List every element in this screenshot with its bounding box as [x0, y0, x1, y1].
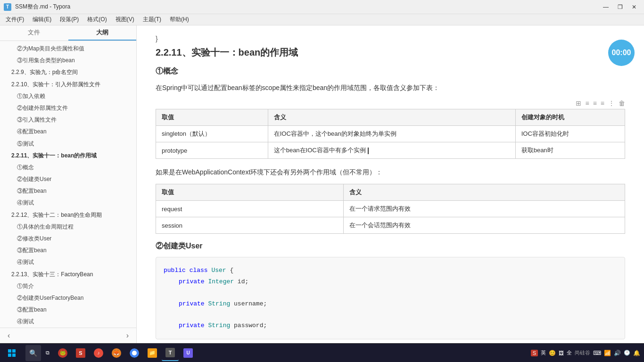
sidebar-item-10[interactable]: ①概念	[0, 162, 136, 173]
tray-icon-1[interactable]: 🖼	[559, 350, 564, 356]
concept-paragraph: 在Spring中可以通过配置bean标签的scope属性来指定bean的作用域范…	[156, 82, 625, 94]
webapp-paragraph: 如果是在WebApplicationContext环境下还会有另外两个作用域（但…	[156, 166, 625, 178]
notification-icon[interactable]: 🔔	[633, 350, 640, 356]
table2-row0-col0: request	[156, 201, 344, 217]
sidebar-item-12[interactable]: ③配置bean	[0, 185, 136, 197]
code-type-string1: String	[208, 300, 230, 307]
sidebar-bottom: ‹ ›	[0, 328, 136, 343]
table1-row1-col1[interactable]: 这个bean在IOC容器中有多个实例	[268, 142, 515, 159]
sidebar-item-14[interactable]: 2.2.12、实验十二：bean的生命周期	[0, 209, 136, 221]
code-line-6: private String password;	[179, 320, 617, 331]
sidebar-item-19[interactable]: 2.2.13、实验十三：FactoryBean	[0, 269, 136, 280]
table1-row0-col1: 在IOC容器中，这个bean的对象始终为单实例	[268, 126, 515, 142]
code-type-string2: String	[208, 322, 230, 329]
taskbar-items: 🔍 ⧉ 🐸 S ♪ 🦊 📁 T U	[24, 345, 527, 361]
sidebar-item-7[interactable]: ④配置bean	[0, 126, 136, 138]
taskbar-app-chrome[interactable]	[126, 345, 143, 361]
window-controls: — ❐ ✕	[600, 2, 640, 12]
sidebar-content[interactable]: ②为Map美目央些属性和值 ③引用集合类型的bean 2.2.9、实验九：p命名…	[0, 41, 136, 328]
table-toolbar-delete[interactable]: 🗑	[619, 99, 625, 107]
sidebar-item-2[interactable]: 2.2.9、实验九：p命名空间	[0, 66, 136, 78]
sidebar-item-3[interactable]: 2.2.10、实验十：引入外部属性文件	[0, 79, 136, 90]
sidebar-item-21[interactable]: ②创建类UserFactoryBean	[0, 292, 136, 304]
menu-file[interactable]: 文件(F)	[2, 15, 28, 25]
taskbar-app-sogou[interactable]: S	[72, 345, 89, 361]
menu-format[interactable]: 格式(O)	[83, 15, 110, 25]
tab-outline[interactable]: 大纲	[68, 25, 137, 41]
taskbar-app-typora[interactable]: T	[162, 345, 179, 361]
ime-icon[interactable]: 英	[541, 349, 546, 356]
taskbar-app-firefox[interactable]: 🦊	[108, 345, 125, 361]
sidebar-item-8[interactable]: ⑤测试	[0, 138, 136, 150]
sogou-tray-icon[interactable]: S	[531, 350, 538, 356]
svg-rect-2	[8, 354, 11, 357]
table-toolbar-icon4: ≡	[601, 99, 604, 107]
netease-icon: ♪	[94, 348, 103, 358]
menu-theme[interactable]: 主题(T)	[139, 15, 165, 25]
sidebar-item-11[interactable]: ②创建类User	[0, 173, 136, 185]
menu-paragraph[interactable]: 段落(P)	[56, 15, 83, 25]
network-icon[interactable]: 📶	[604, 350, 611, 356]
timer-badge: 00:00	[608, 40, 635, 66]
sidebar-item-4[interactable]: ①加入依赖	[0, 90, 136, 102]
sidebar-item-16[interactable]: ②修改类User	[0, 233, 136, 245]
next-button[interactable]: ›	[123, 330, 132, 341]
sidebar-item-6[interactable]: ③引入属性文件	[0, 114, 136, 126]
sidebar-item-9[interactable]: 2.2.11、实验十一：bean的作用域	[0, 150, 136, 162]
menu-edit[interactable]: 编辑(E)	[29, 15, 55, 25]
create-user-title: ②创建类User	[156, 241, 625, 251]
start-button[interactable]	[0, 344, 24, 362]
taskbar-app-frog[interactable]: 🐸	[54, 345, 71, 361]
code-type-integer: Integer	[208, 278, 234, 285]
code-keyword-private2: private	[179, 300, 205, 307]
sidebar-item-17[interactable]: ③配置bean	[0, 245, 136, 256]
menu-help[interactable]: 帮助(H)	[166, 15, 193, 25]
taskbar-app-netease[interactable]: ♪	[90, 345, 107, 361]
sidebar-item-22[interactable]: ③配置bean	[0, 304, 136, 316]
maximize-button[interactable]: ❐	[614, 2, 626, 12]
table2-row1-col1: 在一个会话范围内有效	[344, 217, 625, 234]
chrome-icon	[130, 348, 139, 358]
table2-row0-col1: 在一个请求范围内有效	[344, 201, 625, 217]
app-icon: T	[4, 3, 11, 11]
minimize-button[interactable]: —	[600, 2, 612, 12]
table-toolbar-more[interactable]: ⋮	[608, 99, 615, 107]
prev-button[interactable]: ‹	[4, 330, 14, 341]
prev-content-indicator: }	[156, 35, 625, 42]
sidebar-item-15[interactable]: ①具体的生命周期过程	[0, 221, 136, 233]
sidebar-item-1[interactable]: ③引用集合类型的bean	[0, 55, 136, 66]
menu-bar: 文件(F) 编辑(E) 段落(P) 格式(O) 视图(V) 主题(T) 帮助(H…	[0, 14, 644, 25]
table1: 取值 含义 创建对象的时机 singleton（默认） 在IOC容器中，这个be…	[156, 109, 625, 159]
editor-area[interactable]: 00:00 } 2.2.11、实验十一：bean的作用域 ①概念 在Spring…	[137, 25, 644, 343]
table-row: session 在一个会话范围内有效	[156, 217, 625, 234]
taskbar: 🔍 ⧉ 🐸 S ♪ 🦊 📁 T U	[0, 343, 644, 362]
taskbar-app-idea[interactable]: U	[180, 345, 197, 361]
tab-file[interactable]: 文件	[0, 25, 68, 41]
window-title: SSM整合.md - Typora	[15, 3, 70, 11]
table1-header-2: 创建对象的时机	[515, 109, 625, 126]
menu-view[interactable]: 视图(V)	[112, 15, 138, 25]
keyboard-icon[interactable]: ⌨	[593, 350, 601, 356]
volume-icon[interactable]: 🔊	[614, 350, 621, 356]
taskbar-taskview[interactable]: ⧉	[42, 345, 53, 361]
tray-icon-2[interactable]: 全	[567, 349, 572, 356]
sidebar-item-20[interactable]: ①简介	[0, 280, 136, 292]
table1-row1-col1-text: 这个bean在IOC容器中有多个实例	[274, 147, 366, 154]
code-classname: User	[211, 267, 226, 274]
table1-row1-col2: 获取bean时	[515, 142, 625, 159]
emoji-icon[interactable]: 😊	[549, 350, 556, 356]
taskbar-app-explorer[interactable]: 📁	[144, 345, 161, 361]
title-bar-left: T SSM整合.md - Typora	[4, 3, 70, 11]
svg-point-5	[132, 351, 137, 355]
sidebar-item-0[interactable]: ②为Map美目央些属性和值	[0, 43, 136, 55]
svg-rect-1	[12, 349, 16, 353]
sidebar-item-5[interactable]: ②创建外部属性文件	[0, 102, 136, 114]
table-toolbar-icon2: ≡	[585, 99, 589, 107]
taskbar-search[interactable]: 🔍	[25, 345, 41, 361]
table2-header-1: 含义	[344, 184, 625, 201]
sidebar-item-18[interactable]: ④测试	[0, 256, 136, 268]
code-block[interactable]: public class User { private Integer id; …	[156, 257, 625, 339]
sidebar-item-13[interactable]: ④测试	[0, 197, 136, 209]
close-button[interactable]: ✕	[628, 2, 640, 12]
sidebar-item-23[interactable]: ④测试	[0, 316, 136, 328]
